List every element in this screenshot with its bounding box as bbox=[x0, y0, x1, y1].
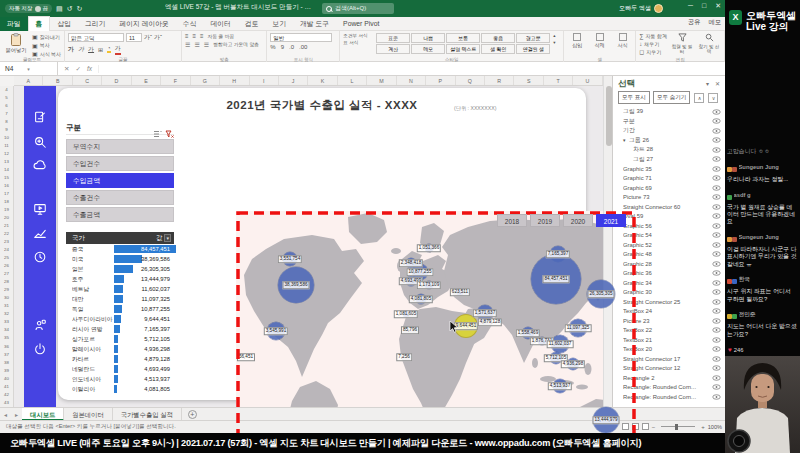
visibility-eye-icon[interactable] bbox=[712, 327, 721, 333]
selection-pane-item[interactable]: Graphic 69 bbox=[613, 183, 725, 193]
ribbon-tab[interactable]: 수식 bbox=[176, 17, 204, 31]
row-header[interactable]: 24 bbox=[0, 246, 13, 254]
row-header[interactable]: 9 bbox=[0, 126, 13, 134]
column-header[interactable]: B bbox=[43, 76, 72, 85]
row-header[interactable]: 42 bbox=[0, 391, 13, 399]
selection-pane-item[interactable]: 그림 39 bbox=[613, 107, 725, 117]
autosave-toggle[interactable]: 자동 저장 끔 bbox=[5, 4, 52, 13]
column-header[interactable]: E bbox=[132, 76, 161, 85]
row-header[interactable]: 33 bbox=[0, 318, 13, 326]
visibility-eye-icon[interactable] bbox=[712, 356, 721, 362]
sheet-nav-right-icon[interactable]: ▸ bbox=[11, 411, 22, 418]
search-box[interactable]: 검색(Alt+Q) bbox=[322, 3, 394, 14]
sheet-tab[interactable]: 대시보드 bbox=[22, 408, 64, 421]
cancel-icon[interactable]: ✕ bbox=[64, 65, 69, 73]
presentation-icon[interactable] bbox=[33, 202, 47, 216]
share-button[interactable]: 공유 bbox=[688, 18, 701, 27]
ribbon-tab[interactable]: 삽입 bbox=[50, 17, 78, 31]
comments-button[interactable]: 메모 bbox=[708, 18, 721, 27]
editing-command[interactable]: ↓채우기 bbox=[639, 41, 667, 47]
selection-pane-item[interactable]: 그림 27 bbox=[613, 155, 725, 165]
table-row[interactable]: 말레이시아 4,936,298 bbox=[66, 344, 174, 354]
sheet-tab[interactable]: 원본데이터 bbox=[64, 408, 112, 421]
percent-style-icon[interactable]: % bbox=[270, 44, 275, 50]
zoom-slider[interactable] bbox=[661, 426, 695, 427]
visibility-eye-icon[interactable] bbox=[712, 137, 721, 143]
row-header[interactable]: 39 bbox=[0, 367, 13, 375]
row-header[interactable]: 21 bbox=[0, 222, 13, 230]
visibility-eye-icon[interactable] bbox=[712, 308, 721, 314]
slicer-button[interactable]: 수입건수 bbox=[66, 156, 174, 171]
wrap-text-button[interactable]: 자동 줄 바꿈 bbox=[208, 33, 235, 39]
visibility-eye-icon[interactable] bbox=[712, 128, 721, 134]
column-header[interactable]: I bbox=[250, 76, 279, 85]
undo-icon[interactable]: ↺ bbox=[67, 5, 73, 13]
line-chart-icon[interactable] bbox=[33, 226, 47, 240]
column-header[interactable]: L bbox=[338, 76, 367, 85]
visibility-eye-icon[interactable] bbox=[712, 223, 721, 229]
font-name-select[interactable]: 맑은 고딕 bbox=[68, 33, 124, 42]
number-format-select[interactable]: 일반 bbox=[270, 33, 332, 42]
visibility-eye-icon[interactable] bbox=[712, 232, 721, 238]
row-header[interactable]: 6 bbox=[0, 102, 13, 110]
cells-command[interactable]: 서식 bbox=[613, 33, 633, 54]
zoom-in-icon[interactable] bbox=[33, 135, 47, 149]
selection-pane-item[interactable]: 차트 28 bbox=[613, 145, 725, 155]
column-header[interactable]: H bbox=[220, 76, 249, 85]
sheet-tab[interactable]: 국가별수출입 실적 bbox=[113, 408, 182, 421]
row-header[interactable]: 43 bbox=[0, 399, 13, 407]
hide-all-button[interactable]: 모두 숨기기 bbox=[653, 91, 691, 104]
underline-icon[interactable]: 가 bbox=[88, 45, 94, 54]
row-header[interactable]: 40 bbox=[0, 375, 13, 383]
column-header[interactable]: G bbox=[191, 76, 220, 85]
visibility-eye-icon[interactable] bbox=[712, 346, 721, 352]
row-header[interactable]: 17 bbox=[0, 190, 13, 198]
visibility-eye-icon[interactable] bbox=[712, 185, 721, 191]
indent-icon[interactable]: ☰ bbox=[204, 41, 209, 48]
visibility-eye-icon[interactable] bbox=[712, 261, 721, 267]
slicer-button[interactable]: 수출금액 bbox=[66, 207, 174, 222]
zoom-slider-thumb[interactable] bbox=[675, 424, 678, 430]
row-header[interactable]: 35 bbox=[0, 334, 13, 342]
ribbon-tab[interactable]: 검토 bbox=[238, 17, 266, 31]
cell-style-chip[interactable]: 셀 확인 bbox=[481, 44, 515, 54]
align-left-icon[interactable]: ☰ bbox=[185, 41, 190, 48]
conditional-formatting-button[interactable]: 조건부 서식 bbox=[343, 33, 373, 38]
formula-input[interactable] bbox=[99, 62, 725, 76]
merge-center-button[interactable]: 병합하고 가운데 맞춤 bbox=[213, 41, 259, 47]
table-row[interactable]: 러시아 연방 7,165,397 bbox=[66, 324, 174, 334]
cell-style-chip[interactable]: 보통 bbox=[446, 33, 480, 43]
editing-command[interactable]: ◻지우기 bbox=[639, 48, 667, 55]
table-row[interactable]: 호주 13,444,979 bbox=[66, 274, 174, 284]
column-header[interactable]: D bbox=[102, 76, 131, 85]
slicer-button[interactable]: 수입금액 bbox=[66, 173, 174, 188]
row-header[interactable]: 30 bbox=[0, 294, 13, 302]
increase-decimal-icon[interactable]: .0 bbox=[289, 44, 294, 50]
row-header[interactable]: 7 bbox=[0, 110, 13, 118]
row-header[interactable]: 26 bbox=[0, 262, 13, 270]
row-header[interactable]: 4 bbox=[0, 86, 13, 94]
bold-icon[interactable]: 가 bbox=[68, 45, 74, 54]
table-row[interactable]: 중국 84,457,451 bbox=[66, 244, 174, 254]
shrink-font-icon[interactable]: 가ˇ bbox=[154, 33, 162, 42]
gallery-down-icon[interactable]: ▾ bbox=[553, 40, 560, 45]
column-header[interactable]: J bbox=[279, 76, 308, 85]
enter-icon[interactable]: ✓ bbox=[75, 65, 80, 73]
paste-button[interactable]: 붙여넣기 bbox=[3, 33, 29, 54]
comma-style-icon[interactable]: 9 bbox=[281, 44, 284, 50]
clock-icon[interactable] bbox=[33, 250, 47, 264]
table-row[interactable]: 네덜란드 4,693,499 bbox=[66, 364, 174, 374]
table-row[interactable]: 이탈리아 4,081,805 bbox=[66, 384, 174, 394]
ribbon-tab[interactable]: 홈 bbox=[28, 16, 51, 31]
year-button[interactable]: 2021 bbox=[596, 214, 626, 227]
cloud-icon[interactable] bbox=[33, 159, 47, 173]
column-header[interactable]: M bbox=[367, 76, 396, 85]
clear-filter-icon[interactable] bbox=[165, 124, 174, 132]
visibility-eye-icon[interactable] bbox=[712, 118, 721, 124]
selection-pane-item[interactable]: 구분 bbox=[613, 117, 725, 127]
account-info[interactable]: 오빠두 엑셀 bbox=[619, 4, 663, 13]
sheet-nav-left-icon[interactable]: ◂ bbox=[0, 411, 11, 418]
cell-style-chip[interactable]: 연결된 셀 bbox=[516, 44, 550, 54]
person-location-icon[interactable] bbox=[33, 318, 47, 332]
selection-pane-item[interactable]: Graphic 35 bbox=[613, 164, 725, 174]
